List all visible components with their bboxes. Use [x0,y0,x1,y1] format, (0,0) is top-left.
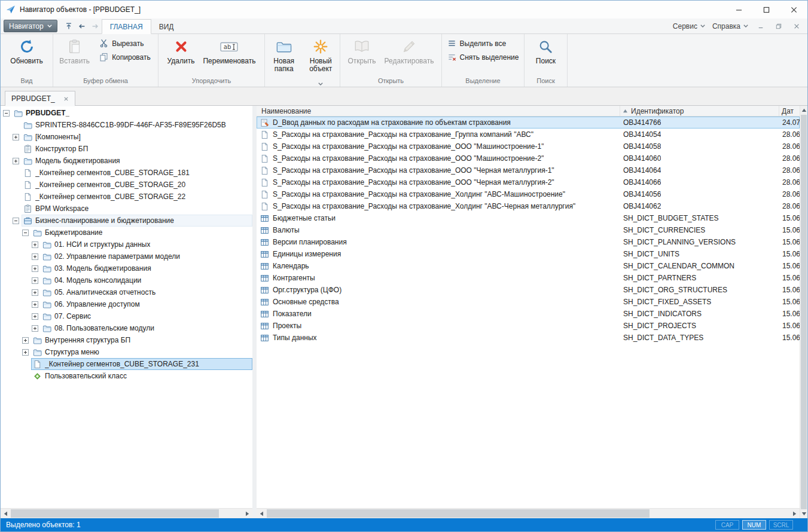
mdi-close-button[interactable] [791,21,802,32]
scroll-right-button[interactable] [789,509,800,518]
table-row[interactable]: КонтрагентыSH_DICT_PARTNERS15.06.2 [257,272,800,284]
table-row[interactable]: ПроектыSH_DICT_PROJECTS15.06.2 [257,320,800,332]
table-row[interactable]: Типы данныхSH_DICT_DATA_TYPES15.06.2 [257,332,800,344]
ribbon-tab-view[interactable]: ВИД [151,19,182,34]
column-header-name[interactable]: Наименование [257,106,620,116]
table-row[interactable]: S_Расходы на страхование_Расходы на стра… [257,164,800,176]
collapse-icon[interactable] [3,110,10,117]
collapse-icon[interactable] [22,230,29,236]
tree-item[interactable]: Модель бюджетирования [1,155,252,167]
expand-icon[interactable] [13,134,19,140]
scrollbar-thumb[interactable] [801,115,807,509]
panel-splitter[interactable] [252,106,257,518]
table-vertical-scrollbar[interactable] [800,106,807,518]
scrollbar-track[interactable] [800,115,807,509]
table-row[interactable]: Версии планированияSH_DICT_PLANNING_VERS… [257,236,800,248]
table-row[interactable]: S_Расходы на страхование_Расходы на стра… [257,200,800,212]
scrollbar-thumb[interactable] [267,509,650,518]
table-row[interactable]: ВалютыSH_DICT_CURRENCIES15.06.2 [257,224,800,236]
expand-icon[interactable] [22,349,29,356]
tree-item[interactable]: 07. Сервис [1,310,252,322]
expand-icon[interactable] [32,301,38,308]
expand-icon[interactable] [32,241,38,248]
tree-item[interactable]: 04. Модель консолидации [1,274,252,286]
tree-item[interactable]: 06. Управление доступом [1,298,252,310]
tree-item[interactable]: Внутренняя структура БП [1,334,252,346]
search-button[interactable]: Поиск [532,36,559,66]
expand-icon[interactable] [13,158,19,164]
close-tab-icon[interactable] [63,96,69,102]
tree-item[interactable]: [Компоненты] [1,131,252,143]
table-row[interactable]: S_Расходы на страхование_Расходы на стра… [257,188,800,200]
tree-item[interactable]: 02. Управление параметрами модели [1,250,252,262]
tree-item[interactable]: BPM Workspace [1,203,252,215]
go-up-button[interactable] [62,20,75,32]
tree-item[interactable]: 08. Пользовательские модули [1,322,252,334]
tree-item[interactable]: 01. НСИ и структуры данных [1,239,252,250]
tree-item[interactable]: Структура меню [1,346,252,358]
tree-item[interactable]: _Контейнер сегментов_CUBE_STORAGE_22 [1,191,252,203]
expand-icon[interactable] [32,253,38,260]
table-row[interactable]: Единицы измеренияSH_DICT_UNITS15.06.2 [257,248,800,260]
tree-item[interactable]: SPRINTERS-8846CC1B-99DF-446F-AF35-F89E95… [1,119,252,131]
scroll-left-button[interactable] [1,509,11,518]
scrollbar-thumb[interactable] [11,509,219,518]
rename-button[interactable]: abПереименовать [199,36,259,66]
expand-icon[interactable] [32,277,38,284]
close-button[interactable] [780,1,807,19]
tree-item[interactable]: Бизнес-планирование и бюджетирование [1,215,252,227]
column-header-date[interactable]: Дат [779,106,800,116]
table-row[interactable]: Бюджетные статьиSH_DICT_BUDGET_STATES15.… [257,212,800,224]
select-all-button[interactable]: Выделить все [445,38,509,49]
maximize-button[interactable] [752,1,780,19]
new-folder-button[interactable]: Новая папка [266,36,302,74]
mdi-minimize-button[interactable] [755,21,766,32]
column-header-identifier[interactable]: Идентификатор [620,106,779,116]
tree-item[interactable]: _Контейнер сегментов_CUBE_STORAGE_181 [1,167,252,179]
table-row[interactable]: Основные средстваSH_DICT_FIXED_ASSETS15.… [257,296,800,308]
scrollbar-track[interactable] [267,509,789,518]
expand-icon[interactable] [32,325,38,332]
table-horizontal-scrollbar[interactable] [257,508,800,518]
cut-button[interactable]: Вырезать [97,38,146,49]
scroll-right-button[interactable] [242,509,252,518]
help-menu[interactable]: Справка [712,22,748,30]
table-row[interactable]: S_Расходы на страхование_Расходы на стра… [257,176,800,188]
table-row[interactable]: S_Расходы на страхование_Расходы на стра… [257,152,800,164]
mdi-restore-button[interactable] [773,21,784,32]
tree-item[interactable]: Конструктор БП [1,143,252,155]
tree-horizontal-scrollbar[interactable] [1,508,252,518]
refresh-button[interactable]: Обновить [7,36,46,66]
table-row[interactable]: Орг.структура (ЦФО)SH_DICT_ORG_STRUCTURE… [257,284,800,296]
table-row[interactable]: S_Расходы на страхование_Расходы на стра… [257,129,800,140]
new-object-button[interactable]: Новый объект [303,36,339,94]
tree-item[interactable]: _Контейнер сегментов_CUBE_STORAGE_231 [1,358,252,370]
back-button[interactable] [75,20,89,32]
tree-item[interactable]: Пользовательский класс [1,370,252,382]
minimize-button[interactable] [725,1,752,19]
table-row[interactable]: S_Расходы на страхование_Расходы на стра… [257,140,800,152]
expand-icon[interactable] [32,265,38,272]
scroll-up-button[interactable] [800,106,807,115]
scrollbar-track[interactable] [11,509,242,518]
table-row[interactable]: D_Ввод данных по расходам на страхование… [257,117,800,129]
expand-icon[interactable] [32,289,38,296]
expand-icon[interactable] [22,337,29,344]
tree-item[interactable]: Бюджетирование [1,227,252,239]
tree-item[interactable]: 03. Модель бюджетирования [1,262,252,274]
delete-button[interactable]: Удалить [164,36,199,66]
tree-item[interactable]: 05. Аналитическая отчетность [1,286,252,298]
tree-item[interactable]: _Контейнер сегментов_CUBE_STORAGE_20 [1,179,252,191]
navigator-menu-button[interactable]: Навигатор [4,20,57,32]
ribbon-tab-home[interactable]: ГЛАВНАЯ [102,19,151,34]
expand-icon[interactable] [32,313,38,320]
clear-selection-button[interactable]: Снять выделение [445,51,522,63]
collapse-icon[interactable] [13,218,19,224]
scroll-down-button[interactable] [800,509,807,518]
table-row[interactable]: ПоказателиSH_DICT_INDICATORS15.06.2 [257,308,800,320]
tree-item[interactable]: PPBUDGET_ [1,107,252,119]
resize-grip[interactable] [798,518,807,531]
table-row[interactable]: КалендарьSH_DICT_CALENDAR_COMMON15.06.2 [257,260,800,272]
scroll-left-button[interactable] [257,509,267,518]
service-menu[interactable]: Сервис [673,22,705,30]
